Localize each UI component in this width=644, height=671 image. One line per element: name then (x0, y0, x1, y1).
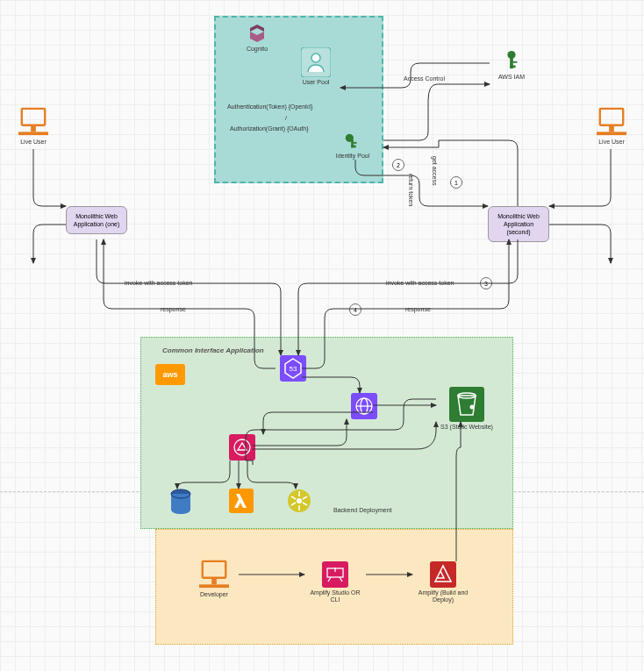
svg-rect-8 (510, 66, 515, 68)
svg-rect-12 (31, 125, 36, 132)
svg-rect-33 (199, 584, 229, 588)
user-pool-icon: User Pool (290, 47, 342, 86)
aws-logo-icon: aws (155, 364, 185, 385)
svg-rect-11 (18, 132, 48, 135)
return-token-label: return token (408, 174, 414, 206)
iam-icon: AWS IAM (490, 49, 533, 81)
svg-point-1 (311, 54, 320, 62)
lambda-icon (225, 489, 257, 513)
app-one-box: Monolithic Web Application (one) (66, 206, 127, 234)
svg-rect-34 (211, 578, 217, 585)
cloudfront-icon (347, 393, 382, 419)
amplify-studio-icon: Amplify Studio OR CLI (304, 561, 366, 604)
authz-label: Authorization(Grant) {OAuth} (230, 125, 309, 132)
route53-icon: 53 (275, 355, 311, 382)
svg-rect-15 (609, 125, 614, 132)
appsync-icon (283, 489, 315, 513)
live-user-1-icon: Live User (7, 107, 60, 146)
backend-label: Backend Deployment (333, 507, 392, 513)
auth-label: Authentication(Token) {OpenId} (227, 104, 312, 110)
svg-rect-35 (322, 561, 348, 588)
svg-rect-13 (600, 109, 623, 125)
step-2: 2 (392, 159, 404, 171)
s3-icon: S3 (Static Website) (436, 387, 497, 431)
app-two-box: Monolithic Web Application (second) (488, 206, 549, 242)
dynamodb-icon (165, 489, 197, 515)
resp1-label: response (161, 306, 186, 312)
cognito-icon: Cognito (235, 23, 279, 53)
svg-rect-10 (22, 109, 45, 125)
amplify-backend-icon (226, 434, 258, 460)
resp2-label: response (405, 306, 431, 312)
identity-pool-icon: Identity Pool (331, 132, 375, 160)
step-1: 1 (450, 176, 462, 189)
svg-rect-25 (229, 434, 255, 460)
svg-rect-9 (513, 61, 518, 63)
step-3: 3 (480, 277, 492, 289)
invoke1-label: invoke with access token (125, 280, 192, 286)
svg-rect-22 (449, 387, 484, 422)
svg-text:53: 53 (290, 365, 297, 373)
live-user-2-icon: Live User (585, 107, 638, 146)
amplify-icon: Amplify (Build and Deploy) (412, 561, 474, 604)
step-4: 4 (349, 303, 361, 316)
svg-point-31 (297, 498, 302, 503)
svg-rect-5 (354, 142, 357, 144)
get-access-label: get access (432, 156, 438, 185)
common-title: Common Interface Application (162, 346, 264, 354)
svg-rect-4 (351, 146, 356, 148)
svg-rect-32 (203, 561, 225, 578)
slash-label: / (285, 115, 287, 121)
invoke2-label: invoke with access token (386, 280, 454, 286)
svg-point-24 (470, 405, 475, 410)
developer-icon: Developer (188, 560, 240, 598)
svg-rect-14 (597, 132, 626, 135)
access-control-label: Access Control (404, 75, 445, 82)
